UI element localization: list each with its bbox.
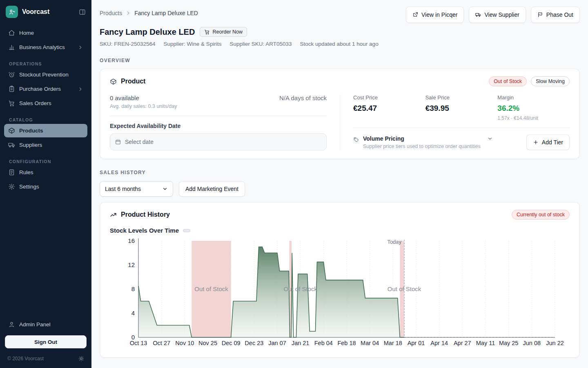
theme-toggle-sun-icon[interactable]: [78, 356, 84, 361]
svg-text:Apr 01: Apr 01: [408, 340, 425, 346]
svg-text:Nov 25: Nov 25: [198, 340, 217, 346]
stock-levels-chart: TodayOut of StockOut of StockOut of Stoc…: [110, 236, 570, 348]
currently-out-of-stock-badge: Currently out of stock: [512, 210, 570, 220]
sidebar-item-label: Admin Panel: [19, 321, 51, 328]
truck-icon: [475, 12, 481, 18]
sidebar-item-label: Stockout Prevention: [19, 72, 69, 78]
product-history-card: Product History Currently out of stock S…: [100, 202, 580, 358]
breadcrumb-current: Fancy Lamp Deluxe LED: [134, 10, 198, 16]
sidebar-item-settings[interactable]: Settings: [4, 180, 87, 193]
breadcrumb: Products Fancy Lamp Deluxe LED: [100, 7, 198, 16]
supplier-sku-text: Supplier SKU: ART05033: [229, 41, 292, 47]
supplier-text: Supplier: Wine & Spirits: [164, 41, 222, 47]
sidebar-section-catalog: CATALOG: [9, 117, 82, 122]
sidebar-item-stockout-prevention[interactable]: Stockout Prevention: [4, 68, 87, 81]
sidebar-item-label: Business Analytics: [19, 44, 65, 50]
expected-date-input[interactable]: Select date: [110, 133, 327, 150]
svg-text:Out of Stock: Out of Stock: [283, 285, 317, 292]
sidebar-section-configuration: CONFIGURATION: [9, 159, 82, 164]
sidebar-item-business-analytics[interactable]: Business Analytics: [4, 40, 87, 54]
expected-date-label: Expected Availability Date: [110, 123, 327, 129]
sidebar-section-operations: OPERATIONS: [9, 61, 82, 66]
sidebar-nav: Home Business Analytics OPERATIONS Stock…: [0, 23, 91, 194]
phase-out-button[interactable]: Phase Out: [531, 7, 580, 23]
add-marketing-event-button[interactable]: Add Marketing Event: [179, 181, 245, 197]
sku-text: SKU: FREN-25032564: [100, 41, 156, 47]
tag-icon: [353, 137, 359, 142]
main-content: Products Fancy Lamp Deluxe LED View in P…: [91, 0, 588, 368]
svg-text:Mar 04: Mar 04: [361, 340, 379, 346]
chevron-right-icon: [125, 10, 131, 16]
svg-text:May 25: May 25: [499, 340, 519, 346]
sidebar-item-admin-panel[interactable]: Admin Panel: [4, 318, 87, 331]
svg-text:16: 16: [128, 237, 135, 244]
legend-chip: [183, 229, 190, 232]
copyright-text: © 2026 Voorcast: [7, 356, 44, 361]
svg-text:Nov 10: Nov 10: [175, 340, 194, 346]
sidebar-item-label: Products: [19, 128, 43, 134]
calendar-icon: [115, 139, 121, 145]
overview-section-label: OVERVIEW: [100, 58, 580, 63]
add-tier-button[interactable]: Add Tier: [526, 135, 570, 150]
sidebar-item-products[interactable]: Products: [4, 124, 87, 137]
page-title: Fancy Lamp Deluxe LED: [100, 27, 195, 37]
sidebar-item-purchase-orders[interactable]: Purchase Orders: [4, 82, 87, 96]
sidebar-item-label: Purchase Orders: [19, 86, 61, 92]
breadcrumb-products-link[interactable]: Products: [100, 10, 122, 16]
svg-text:Feb 04: Feb 04: [314, 340, 333, 346]
slow-moving-badge: Slow Moving: [531, 76, 570, 86]
view-supplier-button[interactable]: View Supplier: [469, 7, 526, 23]
svg-text:Jun 22: Jun 22: [546, 340, 564, 346]
svg-text:Jan 07: Jan 07: [268, 340, 286, 346]
avg-daily-sales: Avg. daily sales: 0.3 units/day: [110, 103, 327, 109]
plus-icon: [533, 139, 539, 145]
user-icon: [8, 321, 15, 328]
chart-title: Stock Levels Over Time: [110, 227, 179, 234]
chevron-right-icon: [78, 45, 83, 50]
reorder-now-badge[interactable]: Reorder Now: [200, 27, 247, 37]
view-in-picqer-button[interactable]: View in Picqer: [406, 7, 464, 23]
sidebar-header: Voorcast: [0, 0, 91, 23]
bar-chart-icon: [8, 44, 15, 51]
sign-out-button[interactable]: Sign Out: [5, 335, 87, 348]
margin-detail: 1.57x · €14.48/unit: [497, 115, 570, 121]
sidebar-item-home[interactable]: Home: [4, 26, 87, 40]
sale-price-label: Sale Price: [425, 94, 498, 101]
sidebar-item-label: Settings: [19, 184, 39, 190]
package-icon: [8, 127, 15, 134]
cart-icon: [8, 100, 15, 107]
sidebar-item-suppliers[interactable]: Suppliers: [4, 138, 87, 152]
sidebar-item-rules[interactable]: Rules: [4, 166, 87, 179]
clipboard-icon: [8, 85, 15, 92]
brand-name: Voorcast: [22, 8, 75, 16]
truck-icon: [8, 141, 15, 148]
svg-text:Out of Stock: Out of Stock: [194, 285, 228, 292]
svg-text:Dec 09: Dec 09: [222, 340, 241, 346]
time-range-select[interactable]: Last 6 months: [100, 181, 173, 197]
sidebar-item-label: Suppliers: [19, 142, 42, 148]
sidebar-item-label: Rules: [19, 169, 33, 175]
sidebar-item-label: Home: [19, 30, 34, 36]
svg-text:Mar 18: Mar 18: [384, 340, 402, 346]
svg-text:12: 12: [128, 261, 135, 268]
sidebar-collapse-icon[interactable]: [79, 9, 86, 16]
margin-label: Margin: [497, 94, 570, 101]
flag-icon: [537, 12, 543, 18]
volume-pricing-title: Volume Pricing: [363, 135, 404, 142]
sidebar-item-sales-orders[interactable]: Sales Orders: [4, 96, 87, 110]
product-card-title: Product: [121, 78, 145, 85]
chevron-right-icon: [78, 86, 83, 92]
chevron-down-icon[interactable]: [487, 136, 521, 141]
svg-text:Apr 27: Apr 27: [454, 340, 471, 346]
svg-text:Jan 21: Jan 21: [292, 340, 310, 346]
trend-up-icon: [110, 211, 117, 218]
svg-text:Feb 18: Feb 18: [337, 340, 356, 346]
svg-text:Oct 27: Oct 27: [153, 340, 170, 346]
rules-icon: [8, 169, 15, 176]
sales-history-section-label: SALES HISTORY: [100, 170, 580, 175]
cost-price-value: €25.47: [353, 104, 425, 113]
days-of-stock: N/A days of stock: [279, 94, 327, 101]
svg-text:Out of Stock: Out of Stock: [388, 285, 421, 292]
cost-price-label: Cost Price: [353, 94, 425, 101]
svg-text:Oct 13: Oct 13: [130, 340, 147, 346]
